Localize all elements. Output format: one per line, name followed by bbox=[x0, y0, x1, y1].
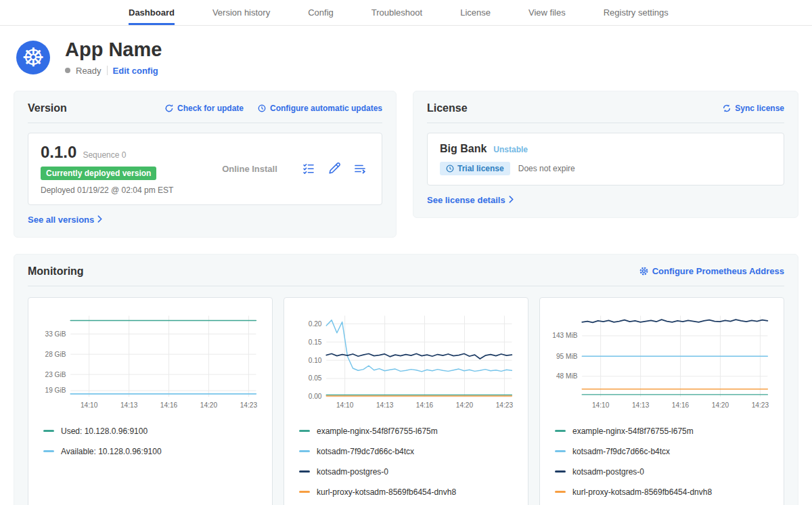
edit-config-link[interactable]: Edit config bbox=[113, 66, 158, 76]
divider bbox=[107, 66, 108, 75]
svg-text:14:10: 14:10 bbox=[336, 401, 354, 409]
version-number: 0.1.0 bbox=[41, 143, 76, 162]
license-card: License Sync license Big Bank Unstable T… bbox=[413, 91, 798, 218]
svg-text:14:23: 14:23 bbox=[496, 401, 514, 409]
svg-text:14:23: 14:23 bbox=[240, 401, 258, 409]
disk-usage-card: 19 GiB23 GiB28 GiB33 GiB14:1014:1314:161… bbox=[28, 297, 273, 505]
app-header: ☸ App Name Ready Edit config bbox=[0, 26, 812, 81]
svg-text:19 GiB: 19 GiB bbox=[45, 387, 66, 394]
legend-item: kurl-proxy-kotsadm-8569fb6454-dnvh8 bbox=[555, 487, 774, 497]
gear-icon bbox=[639, 266, 649, 276]
series-swatch bbox=[299, 430, 310, 432]
legend-item: Used: 10.128.0.96:9100 bbox=[43, 426, 263, 436]
monitoring-title: Monitoring bbox=[28, 265, 84, 278]
series-label: kotsadm-postgres-0 bbox=[572, 467, 644, 477]
deploy-logs-icon[interactable] bbox=[353, 162, 367, 175]
deployed-version-badge: Currently deployed version bbox=[41, 167, 156, 180]
svg-text:0.00: 0.00 bbox=[309, 393, 322, 400]
series-swatch bbox=[299, 470, 310, 473]
series-label: Used: 10.128.0.96:9100 bbox=[61, 426, 148, 436]
auto-update-clock-icon bbox=[257, 104, 267, 113]
legend-item: kotsadm-postgres-0 bbox=[555, 467, 774, 477]
clock-icon bbox=[446, 164, 454, 173]
svg-text:48 MiB: 48 MiB bbox=[556, 372, 578, 380]
series-swatch bbox=[555, 450, 566, 452]
legend-item: Available: 10.128.0.96:9100 bbox=[43, 447, 263, 456]
version-card: Version Check for update Configure autom… bbox=[14, 91, 397, 238]
app-status-label: Ready bbox=[76, 66, 102, 76]
legend-item: kotsadm-7f9dc7d66c-b4tcx bbox=[299, 447, 518, 456]
legend-item: kurl-proxy-kotsadm-8569fb6454-dnvh8 bbox=[299, 487, 518, 497]
configure-automatic-updates-link[interactable]: Configure automatic updates bbox=[257, 104, 382, 113]
svg-text:0.05: 0.05 bbox=[309, 374, 322, 382]
legend-item: example-nginx-54f8f76755-l675m bbox=[555, 426, 774, 436]
sync-icon bbox=[722, 104, 731, 113]
legend-item: kotsadm-postgres-0 bbox=[299, 467, 518, 477]
chart-title: Disk Usage bbox=[38, 497, 263, 505]
memory-usage-card: 48 MiB95 MiB143 MiB14:1014:1314:1614:201… bbox=[539, 297, 784, 505]
svg-text:143 MiB: 143 MiB bbox=[552, 332, 577, 339]
license-box: Big Bank Unstable Trial license Does not… bbox=[427, 133, 784, 185]
status-dot bbox=[65, 68, 70, 73]
release-notes-icon[interactable] bbox=[302, 162, 315, 175]
svg-text:14:23: 14:23 bbox=[752, 401, 769, 409]
tab-view-files[interactable]: View files bbox=[528, 0, 566, 25]
svg-text:28 GiB: 28 GiB bbox=[45, 351, 66, 358]
series-swatch bbox=[555, 470, 566, 473]
license-card-title: License bbox=[427, 102, 468, 114]
tab-registry-settings[interactable]: Registry settings bbox=[604, 0, 669, 25]
svg-text:14:20: 14:20 bbox=[456, 401, 474, 409]
configure-prometheus-link[interactable]: Configure Prometheus Address bbox=[639, 266, 784, 276]
legend-item: example-nginx-54f8f76755-l675m bbox=[299, 426, 518, 436]
version-card-title: Version bbox=[28, 102, 67, 114]
memory-usage-legend: example-nginx-54f8f76755-l675m kotsadm-7… bbox=[549, 426, 774, 497]
svg-text:14:10: 14:10 bbox=[81, 401, 98, 409]
svg-text:14:16: 14:16 bbox=[672, 401, 690, 409]
license-expiry: Does not expire bbox=[518, 164, 575, 173]
chevron-right-icon bbox=[97, 215, 102, 225]
see-license-details-link[interactable]: See license details bbox=[427, 195, 514, 205]
see-all-versions-link[interactable]: See all versions bbox=[28, 215, 102, 225]
check-for-update-label: Check for update bbox=[177, 104, 244, 113]
edit-config-icon[interactable] bbox=[328, 162, 341, 175]
series-swatch bbox=[299, 491, 310, 493]
monitoring-card: Monitoring Configure Prometheus Address … bbox=[14, 254, 798, 505]
series-label: kotsadm-7f9dc7d66c-b4tcx bbox=[317, 447, 414, 456]
current-version-box: 0.1.0 Sequence 0 Currently deployed vers… bbox=[28, 133, 382, 205]
kubernetes-icon: ☸ bbox=[22, 45, 45, 70]
disk-usage-chart: 19 GiB23 GiB28 GiB33 GiB14:1014:1314:161… bbox=[38, 307, 263, 414]
series-swatch bbox=[43, 430, 54, 432]
cpu-usage-chart: 0.000.050.100.150.2014:1014:1314:1614:20… bbox=[294, 307, 518, 414]
charts-row: 19 GiB23 GiB28 GiB33 GiB14:1014:1314:161… bbox=[28, 297, 784, 505]
tab-troubleshoot[interactable]: Troubleshoot bbox=[371, 0, 422, 25]
svg-text:14:13: 14:13 bbox=[120, 401, 138, 409]
svg-text:95 MiB: 95 MiB bbox=[556, 353, 578, 360]
sequence-label: Sequence 0 bbox=[83, 150, 126, 160]
svg-text:14:20: 14:20 bbox=[200, 401, 218, 409]
series-swatch bbox=[43, 450, 54, 452]
tab-version-history[interactable]: Version history bbox=[212, 0, 270, 25]
top-nav: Dashboard Version history Config Trouble… bbox=[0, 0, 812, 26]
series-swatch bbox=[299, 450, 310, 452]
configure-prometheus-label: Configure Prometheus Address bbox=[652, 266, 784, 276]
license-assignee: Big Bank bbox=[440, 143, 487, 155]
svg-text:14:13: 14:13 bbox=[632, 401, 650, 409]
tab-license[interactable]: License bbox=[460, 0, 491, 25]
tab-dashboard[interactable]: Dashboard bbox=[129, 0, 175, 25]
sync-license-link[interactable]: Sync license bbox=[722, 104, 784, 113]
svg-text:14:16: 14:16 bbox=[160, 401, 178, 409]
svg-text:33 GiB: 33 GiB bbox=[45, 330, 66, 338]
trial-license-label: Trial license bbox=[457, 164, 504, 173]
svg-text:0.10: 0.10 bbox=[309, 356, 322, 364]
see-all-versions-label: See all versions bbox=[28, 215, 94, 225]
disk-usage-legend: Used: 10.128.0.96:9100 Available: 10.128… bbox=[38, 426, 263, 456]
series-label: example-nginx-54f8f76755-l675m bbox=[317, 426, 438, 436]
svg-text:0.15: 0.15 bbox=[309, 338, 322, 345]
tab-config[interactable]: Config bbox=[308, 0, 334, 25]
svg-text:14:20: 14:20 bbox=[712, 401, 729, 409]
memory-usage-chart: 48 MiB95 MiB143 MiB14:1014:1314:1614:201… bbox=[549, 307, 774, 414]
series-label: kurl-proxy-kotsadm-8569fb6454-dnvh8 bbox=[317, 487, 456, 497]
check-for-update-link[interactable]: Check for update bbox=[164, 104, 244, 113]
page-title: App Name bbox=[65, 39, 162, 61]
chart-title: CPU Usage bbox=[294, 497, 518, 505]
